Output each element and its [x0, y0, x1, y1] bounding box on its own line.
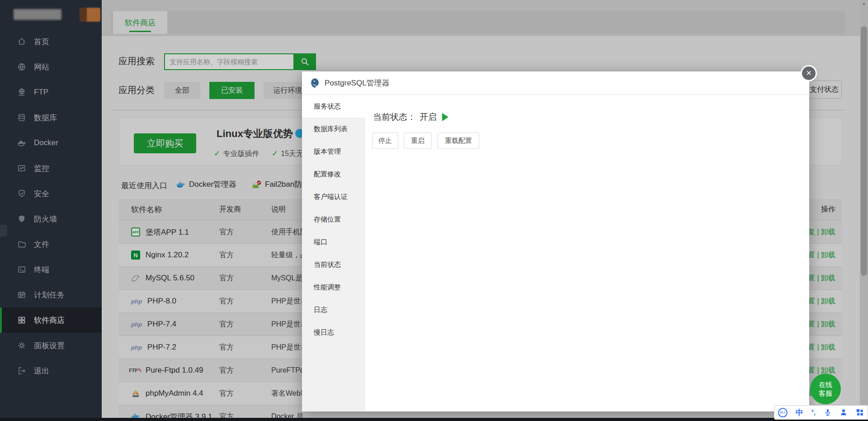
ime-toolbar: iFLY 中 °, — [774, 405, 868, 420]
postgresql-manager-dialog: PostgreSQL管理器 × 服务状态 数据库列表 版本管理 配置修改 客户端… — [302, 71, 809, 412]
dialog-tab-slow-log[interactable]: 慢日志 — [302, 321, 365, 344]
dialog-tab-port[interactable]: 端口 — [302, 231, 365, 253]
dialog-title: PostgreSQL管理器 — [325, 71, 390, 95]
microphone-icon[interactable] — [824, 408, 832, 416]
reload-config-button[interactable]: 重载配置 — [438, 132, 479, 149]
chinese-mode-icon[interactable]: 中 — [796, 407, 803, 418]
keyboard-grid-icon[interactable] — [856, 408, 864, 416]
online-support-button[interactable]: 在线 客服 — [810, 374, 841, 404]
close-icon[interactable]: × — [801, 65, 817, 81]
service-status-row: 当前状态： 开启 — [373, 111, 448, 123]
dialog-tab-config-edit[interactable]: 配置修改 — [302, 163, 365, 185]
status-value: 开启 — [420, 111, 437, 123]
dialog-tab-list: 服务状态 数据库列表 版本管理 配置修改 客户端认证 存储位置 端口 当前状态 … — [302, 95, 365, 412]
status-label: 当前状态： — [373, 111, 416, 123]
running-play-icon — [442, 113, 448, 121]
dialog-tab-database-list[interactable]: 数据库列表 — [302, 118, 365, 140]
dialog-tab-log[interactable]: 日志 — [302, 298, 365, 321]
stop-button[interactable]: 停止 — [372, 132, 398, 149]
dialog-tab-service-status[interactable]: 服务状态 — [302, 95, 365, 118]
dialog-tab-client-auth[interactable]: 客户端认证 — [302, 185, 365, 208]
dialog-tab-performance[interactable]: 性能调整 — [302, 276, 365, 298]
dialog-tab-current-status[interactable]: 当前状态 — [302, 253, 365, 276]
bottom-edge-strip — [0, 418, 868, 421]
postgresql-logo-icon — [310, 77, 321, 89]
dialog-tab-storage-location[interactable]: 存储位置 — [302, 208, 365, 231]
dialog-content: 当前状态： 开启 停止 重启 重载配置 — [365, 95, 809, 412]
user-icon[interactable] — [840, 408, 848, 416]
punctuation-icon[interactable]: °, — [811, 409, 816, 416]
dialog-header: PostgreSQL管理器 — [302, 71, 809, 95]
restart-button[interactable]: 重启 — [404, 132, 432, 149]
dialog-tab-version-manage[interactable]: 版本管理 — [302, 140, 365, 163]
ifly-logo-icon[interactable]: iFLY — [778, 408, 788, 417]
